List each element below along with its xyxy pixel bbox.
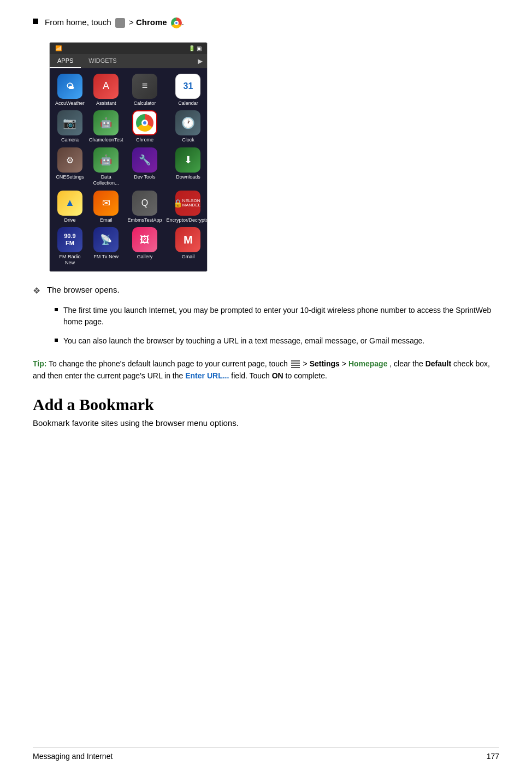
tip-on: ON	[272, 371, 283, 380]
app-icon-accuweather: 🌤	[57, 74, 82, 99]
search-icon: ▶	[198, 57, 203, 65]
menu-icon	[291, 360, 300, 368]
app-item-cnesettings[interactable]: ⚙ CNESettings	[55, 147, 85, 186]
widgets-tab[interactable]: WIDGETS	[81, 54, 124, 68]
app-item-calendar[interactable]: 31 Calendar	[166, 74, 208, 106]
status-left: 📶	[55, 45, 62, 51]
sub-bullet-text-2: You can also launch the browser by touch…	[63, 335, 424, 347]
tip-text-3: >	[342, 359, 348, 368]
status-right: 🔋 ▣	[188, 45, 202, 51]
section-heading: Add a Bookmark	[33, 395, 499, 414]
app-item-datacollection[interactable]: 🤖 Data Collection...	[89, 147, 123, 186]
app-icon-email: ✉	[93, 191, 119, 216]
sub-bullets-container: The first time you launch Internet, you …	[55, 305, 499, 347]
app-icon-datacollection: 🤖	[93, 147, 119, 173]
app-icon-fmtx: 📡	[93, 227, 119, 252]
sub-bullet-marker-2	[55, 339, 58, 342]
bullet-marker	[33, 19, 38, 24]
app-label-calculator: Calculator	[134, 100, 156, 106]
diamond-marker: ❖	[33, 286, 40, 296]
app-label-embms: EmbmsTestApp	[127, 217, 162, 223]
app-icon-gallery: 🖼	[132, 227, 157, 252]
app-label-chameleon: ChameleonTest	[89, 137, 123, 143]
app-icon-downloads: ⬇	[175, 147, 200, 173]
app-icon-cnesettings: ⚙	[57, 147, 82, 173]
sub-bullet-marker-1	[55, 308, 58, 311]
result-text: The browser opens.	[47, 285, 120, 294]
app-icon-devtools: 🔧	[132, 147, 157, 173]
intro-bullet: From home, touch > Chrome .	[33, 16, 499, 29]
app-item-accuweather[interactable]: 🌤 AccuWeather	[55, 74, 85, 106]
footer-right: 177	[487, 752, 499, 761]
app-item-assistant[interactable]: A Assistant	[89, 74, 123, 106]
app-item-fmradio[interactable]: 90.9FM FM Radio New	[55, 227, 85, 266]
app-icon-camera: 📷	[57, 110, 82, 135]
chrome-label: Chrome	[136, 17, 167, 27]
app-icon-assistant: A	[93, 74, 119, 99]
app-icon-clock: 🕐	[175, 110, 200, 135]
tip-text-1: To change the phone's default launch pag…	[49, 359, 290, 368]
app-icon-encryptor: 🔒NELSON MANDELA	[175, 191, 200, 216]
app-label-calendar: Calendar	[178, 100, 198, 106]
app-label-downloads: Downloads	[176, 174, 200, 180]
app-icon-chrome	[132, 110, 157, 135]
tip-text-4: , clear the	[389, 359, 425, 368]
app-item-devtools[interactable]: 🔧 Dev Tools	[127, 147, 162, 186]
app-label-camera: Camera	[61, 137, 79, 143]
tip-homepage: Homepage	[348, 359, 388, 368]
app-item-fmtx[interactable]: 📡 FM Tx New	[89, 227, 123, 266]
app-item-gallery[interactable]: 🖼 Gallery	[127, 227, 162, 266]
app-item-embms[interactable]: Q EmbmsTestApp	[127, 191, 162, 223]
phone-tab-bar: APPS WIDGETS ▶	[50, 54, 207, 68]
app-label-devtools: Dev Tools	[134, 174, 155, 180]
app-icon-calculator: ≡	[132, 74, 157, 99]
app-label-fmradio: FM Radio New	[55, 254, 85, 266]
app-label-datacollection: Data Collection...	[89, 174, 123, 186]
app-item-encryptor[interactable]: 🔒NELSON MANDELA Encryptor/Decryptor	[166, 191, 208, 223]
sub-bullet-text-1: The first time you launch Internet, you …	[63, 305, 499, 328]
tip-text-7: to complete.	[286, 371, 327, 380]
app-item-clock[interactable]: 🕐 Clock	[166, 110, 208, 143]
app-label-drive: Drive	[64, 217, 75, 223]
section-desc: Bookmark favorite sites using the browse…	[33, 418, 499, 428]
app-label-clock: Clock	[182, 137, 194, 143]
app-label-encryptor: Encryptor/Decryptor	[166, 217, 208, 223]
chrome-icon-inline	[171, 17, 182, 28]
app-label-gmail: Gmail	[182, 254, 195, 260]
tip-settings: Settings	[310, 359, 340, 368]
intro-text: From home, touch > Chrome .	[45, 16, 184, 29]
app-icon-chameleon: 🤖	[93, 110, 119, 135]
app-item-downloads[interactable]: ⬇ Downloads	[166, 147, 208, 186]
sub-bullet-2: You can also launch the browser by touch…	[55, 335, 499, 347]
app-label-chrome: Chrome	[136, 137, 153, 143]
app-item-chameleon[interactable]: 🤖 ChameleonTest	[89, 110, 123, 143]
app-label-accuweather: AccuWeather	[55, 100, 85, 106]
app-icon-fmradio: 90.9FM	[57, 227, 82, 252]
app-label-cnesettings: CNESettings	[56, 174, 84, 180]
footer-left: Messaging and Internet	[33, 752, 113, 761]
app-item-chrome[interactable]: Chrome	[127, 110, 162, 143]
phone-top-bar: 📶 🔋 ▣	[50, 43, 207, 54]
app-icon-drive: ▲	[57, 191, 82, 216]
screenshot-container: 📶 🔋 ▣ APPS WIDGETS ▶ 🌤 AccuWeather A Ass…	[49, 42, 499, 272]
app-label-assistant: Assistant	[96, 100, 116, 106]
tip-section: Tip: To change the phone's default launc…	[33, 358, 499, 382]
app-label-fmtx: FM Tx New	[93, 254, 119, 260]
tip-label: Tip:	[33, 359, 46, 368]
tip-enter-url: Enter URL...	[185, 371, 229, 380]
app-item-camera[interactable]: 📷 Camera	[55, 110, 85, 143]
tip-text-6: field. Touch	[231, 371, 271, 380]
tip-default: Default	[425, 359, 451, 368]
result-bullet: ❖ The browser opens.	[33, 285, 499, 296]
app-item-email[interactable]: ✉ Email	[89, 191, 123, 223]
app-item-gmail[interactable]: M Gmail	[166, 227, 208, 266]
app-icon-calendar: 31	[175, 74, 200, 99]
phone-screenshot: 📶 🔋 ▣ APPS WIDGETS ▶ 🌤 AccuWeather A Ass…	[49, 42, 208, 272]
apps-tab[interactable]: APPS	[50, 54, 81, 68]
app-icon-embms: Q	[132, 191, 157, 216]
app-item-calculator[interactable]: ≡ Calculator	[127, 74, 162, 106]
app-item-drive[interactable]: ▲ Drive	[55, 191, 85, 223]
page-footer: Messaging and Internet 177	[33, 747, 499, 761]
apps-grid: 🌤 AccuWeather A Assistant ≡ Calculator 3…	[50, 68, 207, 272]
tip-text-2: >	[303, 359, 310, 368]
